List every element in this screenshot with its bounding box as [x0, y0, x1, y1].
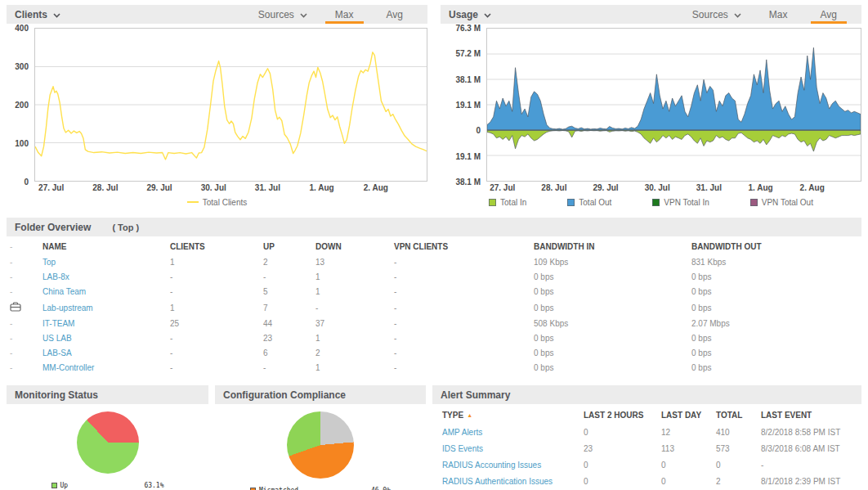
x-tick-label: 1. Aug	[748, 183, 772, 192]
folder-name-link[interactable]: MM-Controller	[43, 363, 94, 372]
folder-cell: 2	[260, 255, 312, 270]
tab-max[interactable]: Max	[753, 5, 804, 24]
alert-type-link[interactable]: RADIUS Accounting Issues	[442, 461, 541, 470]
configuration-compliance-pie[interactable]	[287, 411, 354, 479]
folder-cell: -	[391, 255, 530, 270]
alert-cell: 573	[706, 440, 751, 456]
folder-cell: -	[391, 299, 530, 317]
x-tick-label: 28. Jul	[541, 183, 566, 192]
alert-summary-header: Alert Summary	[432, 385, 861, 404]
alert-cell: 2	[706, 473, 751, 489]
chevron-down-icon	[484, 9, 491, 20]
legend-label: Total Clients	[203, 198, 247, 207]
folder-row: Lab-upstream17--0 bps0 bps	[7, 299, 861, 317]
row-expander-cell[interactable]: -	[7, 361, 39, 375]
monitoring-status-title: Monitoring Status	[15, 389, 98, 401]
column-header[interactable]: NAME	[39, 239, 167, 255]
folder-cell: -	[167, 346, 260, 361]
column-header[interactable]: CLIENTS	[167, 239, 260, 255]
usage-title: Usage	[449, 9, 478, 20]
column-header[interactable]: TOTAL	[706, 406, 751, 424]
total-in-area	[487, 130, 861, 151]
alert-summary-table: TYPE▲LAST 2 HOURSLAST DAYTOTALLAST EVENT…	[432, 406, 861, 489]
tab-avg[interactable]: Avg	[370, 5, 419, 24]
y-tick-label: 0	[24, 178, 29, 187]
folder-cell: 37	[312, 317, 391, 331]
configuration-compliance-panel: Configuration Compliance Mismatched46.0%…	[215, 385, 426, 490]
alert-cell: 0	[574, 456, 651, 473]
folder-name-link[interactable]: Top	[43, 258, 56, 267]
column-header[interactable]: DOWN	[312, 239, 391, 255]
column-header[interactable]: UP	[260, 239, 312, 255]
y-tick-label: 200	[15, 101, 29, 110]
row-expander-cell[interactable]: -	[7, 331, 39, 346]
folder-cell: 0 bps	[688, 299, 848, 317]
alert-type-link[interactable]: IDS Events	[442, 444, 483, 453]
folder-cell: 1	[312, 361, 391, 375]
column-header[interactable]: LAST DAY	[651, 406, 706, 424]
folder-table-header-row: -NAMECLIENTSUPDOWNVPN CLIENTSBANDWIDTH I…	[7, 239, 861, 255]
folder-cell: 44	[260, 317, 312, 331]
folder-name-link[interactable]: LAB-8x	[43, 272, 69, 281]
clients-chart-plot[interactable]	[34, 28, 427, 182]
column-header[interactable]: BANDWIDTH OUT	[688, 239, 848, 255]
row-expander-cell[interactable]: -	[7, 255, 39, 270]
row-expander-cell[interactable]: -	[7, 317, 39, 331]
clients-title-dropdown[interactable]: Clients	[15, 9, 60, 20]
alert-type-link[interactable]: AMP Alerts	[442, 428, 482, 437]
legend-swatch	[489, 199, 496, 206]
column-header[interactable]: LAST 2 HOURS	[574, 406, 651, 424]
folder-cell: 508 Kbps	[530, 317, 688, 331]
legend-label: Total Out	[579, 198, 611, 207]
folder-name-link[interactable]: US LAB	[43, 334, 72, 343]
column-header[interactable]: LAST EVENT	[751, 406, 861, 424]
clients-x-axis: 27. Jul28. Jul29. Jul30. Jul31. Jul1. Au…	[34, 183, 427, 196]
folder-name-link[interactable]: Lab-upstream	[43, 303, 93, 312]
y-tick-label: 38.1 M	[455, 178, 481, 187]
folder-cell: 7	[260, 299, 312, 317]
folder-overview-panel: Folder Overview ( Top ) -NAMECLIENTSUPDO…	[7, 218, 861, 375]
alert-table-header-row: TYPE▲LAST 2 HOURSLAST DAYTOTALLAST EVENT	[432, 406, 861, 424]
folder-name-link[interactable]: China Team	[43, 287, 86, 296]
tab-max[interactable]: Max	[319, 5, 370, 24]
row-expander-cell[interactable]: -	[7, 270, 39, 285]
chevron-down-icon	[300, 9, 307, 20]
tab-avg[interactable]: Avg	[804, 5, 853, 24]
row-expander-cell[interactable]	[7, 299, 39, 317]
folder-row: -IT-TEAM254437-508 Kbps2.07 Mbps	[7, 317, 861, 331]
column-header[interactable]: BANDWIDTH IN	[530, 239, 688, 255]
alert-cell: 8/3/2018 6:08 AM IST	[751, 440, 861, 456]
folder-name-link[interactable]: IT-TEAM	[43, 319, 74, 328]
y-tick-label: 76.3 M	[455, 24, 481, 33]
legend-item-vpn-total-out[interactable]: VPN Total Out	[750, 198, 813, 207]
column-header[interactable]: TYPE▲	[432, 406, 574, 424]
folder-cell: 0 bps	[688, 331, 848, 346]
usage-panel: Usage Sources Max Avg 76.3 M57.2 M38.1 M…	[441, 5, 861, 209]
folder-name-link[interactable]: LAB-SA	[43, 348, 72, 357]
folder-cell: 0 bps	[530, 270, 688, 285]
legend-label: VPN Total Out	[762, 198, 813, 207]
configuration-compliance-legend: Mismatched46.0%Good30.4%Unknown23.6%Audi…	[250, 487, 391, 490]
alert-cell: 8/2/2018 8:58 PM IST	[751, 424, 861, 440]
legend-item-total-clients[interactable]: Total Clients	[187, 198, 247, 207]
alert-type-link[interactable]: RADIUS Authentication Issues	[442, 477, 553, 486]
folder-cell: 1	[167, 255, 260, 270]
row-expander-cell[interactable]: -	[7, 285, 39, 299]
legend-swatch	[567, 199, 575, 206]
usage-sources-dropdown[interactable]: Sources	[692, 9, 741, 20]
folder-cell: 0 bps	[530, 361, 688, 375]
monitoring-status-pie[interactable]	[77, 411, 139, 474]
legend-item-vpn-total-in[interactable]: VPN Total In	[652, 198, 709, 207]
x-tick-label: 28. Jul	[92, 183, 118, 192]
legend-item-total-in[interactable]: Total In	[489, 198, 526, 207]
usage-title-dropdown[interactable]: Usage	[449, 9, 491, 20]
pie-legend-label: Mismatched	[259, 487, 371, 490]
x-tick-label: 29. Jul	[593, 183, 618, 192]
usage-y-axis: 76.3 M57.2 M38.1 M19.1 M019.1 M38.1 M	[441, 28, 486, 182]
usage-chart-plot[interactable]	[486, 28, 861, 182]
folder-cell: -	[391, 270, 530, 285]
row-expander-cell[interactable]: -	[7, 346, 39, 361]
legend-item-total-out[interactable]: Total Out	[567, 198, 611, 207]
clients-sources-dropdown[interactable]: Sources	[258, 9, 307, 20]
column-header[interactable]: VPN CLIENTS	[391, 239, 530, 255]
